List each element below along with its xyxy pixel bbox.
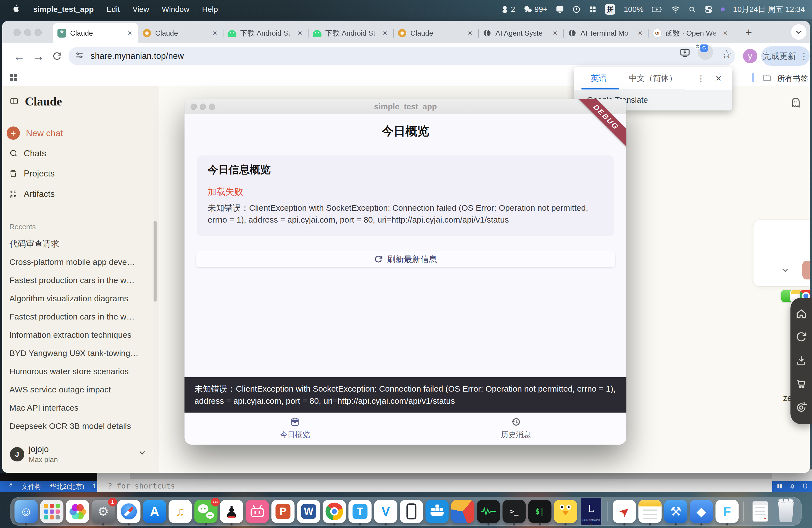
dock-item-word[interactable]: W xyxy=(297,500,320,523)
dock-item-app-store[interactable]: A xyxy=(143,500,166,523)
tune-icon[interactable] xyxy=(75,51,84,61)
tab-close-icon[interactable]: × xyxy=(126,28,134,38)
tab-7[interactable]: OI函数 · Open We× xyxy=(649,23,734,43)
dock-item-transporter-blue[interactable]: ◆ xyxy=(690,500,713,523)
user-menu[interactable]: J jojojo Max plan xyxy=(2,444,159,465)
dock-item-photos[interactable] xyxy=(66,500,89,523)
window-zoom-button[interactable] xyxy=(34,29,42,36)
reload-icon[interactable] xyxy=(795,331,807,344)
tab-search-button[interactable] xyxy=(791,24,807,40)
dock-item-notes[interactable] xyxy=(639,500,662,523)
time-machine-status-icon[interactable] xyxy=(572,5,581,14)
chrome-menu-icon[interactable]: ⋮ xyxy=(800,52,808,61)
recent-item-8[interactable]: AWS service outage impact xyxy=(2,381,151,399)
dock-item-music[interactable]: ♫ xyxy=(169,500,192,523)
sidebar-item-artifacts[interactable]: Artifacts xyxy=(9,189,55,199)
bell-icon[interactable] xyxy=(789,483,795,490)
recent-item-2[interactable]: Fastest production cars in the w… xyxy=(2,271,151,289)
tab-close-icon[interactable]: × xyxy=(296,28,304,38)
refresh-button[interactable]: 刷新最新信息 xyxy=(195,251,615,267)
tab-close-icon[interactable]: × xyxy=(211,28,219,38)
recent-item-0[interactable]: 代码审查请求 xyxy=(2,235,151,253)
tab-0[interactable]: *Claude× xyxy=(53,23,138,43)
window-close-button[interactable] xyxy=(14,29,21,36)
dock-item-flclash[interactable]: ➤ xyxy=(613,500,636,523)
recent-item-3[interactable]: Algorithm visualization diagrams xyxy=(2,289,151,308)
address-bar[interactable]: share.mynanian.top/new xyxy=(69,47,735,65)
control-center-icon[interactable] xyxy=(704,5,713,14)
tab-close-icon[interactable]: × xyxy=(636,28,644,38)
sidebar-toggle-icon[interactable] xyxy=(10,97,19,107)
sidebar-item-chats[interactable]: Chats xyxy=(9,149,46,159)
dock-item-safari[interactable] xyxy=(117,500,141,523)
dock-item-xcode[interactable]: ⚒ xyxy=(664,500,687,523)
chat-input-card[interactable] xyxy=(753,220,810,287)
dock-item-iterm[interactable]: $| xyxy=(528,500,552,523)
menu-help[interactable]: Help xyxy=(202,5,218,14)
tab-2[interactable]: 下载 Android St× xyxy=(223,23,308,43)
dock-item-wechat[interactable]: ⋯ xyxy=(194,500,218,523)
recent-item-4[interactable]: Fastest production cars in the w… xyxy=(2,308,151,326)
dock-item-trash[interactable] xyxy=(774,500,798,523)
recent-item-7[interactable]: Humorous water store scenarios xyxy=(2,362,151,381)
layout-grid-icon[interactable] xyxy=(777,483,783,490)
shield-icon[interactable] xyxy=(802,483,808,490)
tab-close-icon[interactable]: × xyxy=(466,28,474,38)
dock-item-iphone-mirroring[interactable] xyxy=(400,500,423,523)
install-app-icon[interactable] xyxy=(679,47,691,59)
nav-tab-history[interactable]: 历史消息 xyxy=(483,416,549,440)
dock-item-cyberduck[interactable] xyxy=(554,500,577,523)
home-icon[interactable] xyxy=(795,308,807,321)
dock-item-qq[interactable]: ♟ xyxy=(220,500,243,523)
dock-item-lilisi-network[interactable]: LLILISI NETWORK xyxy=(580,500,603,523)
finish-update-button[interactable]: 完成更新 ⋮ xyxy=(761,46,810,66)
wechat-status-icon[interactable]: 99+ xyxy=(523,5,548,14)
dock-item-finder[interactable]: ☺ xyxy=(15,500,38,523)
dock-item-chrome[interactable] xyxy=(323,500,346,523)
input-method-icon[interactable]: 拼 xyxy=(605,4,615,15)
dock-item-bilibili[interactable] xyxy=(246,500,269,523)
new-chat-button[interactable]: + New chat xyxy=(6,127,63,140)
dock-item-powerpoint[interactable]: P xyxy=(272,500,295,523)
forward-button[interactable]: → xyxy=(33,50,44,63)
sidebar-scrollbar[interactable] xyxy=(154,221,157,302)
menu-window[interactable]: Window xyxy=(162,5,189,14)
menubar-datetime[interactable]: 10月24日 周五 12:34 xyxy=(733,4,805,15)
dock-item-teams-blue[interactable]: T xyxy=(349,500,372,523)
translate-icon[interactable]: G文 xyxy=(698,44,713,60)
claude-logo[interactable]: Claude xyxy=(25,94,62,108)
tab-close-icon[interactable]: × xyxy=(721,28,729,38)
menu-view[interactable]: View xyxy=(133,5,149,14)
dock-item-docker[interactable] xyxy=(425,500,449,523)
tab-close-icon[interactable]: × xyxy=(381,28,389,38)
tab-1[interactable]: Claude× xyxy=(138,23,223,43)
dock-item-vscode[interactable]: V xyxy=(374,500,397,523)
dock-item-flutter[interactable]: F xyxy=(715,500,739,523)
spotlight-search-icon[interactable] xyxy=(688,5,696,13)
new-tab-button[interactable]: + xyxy=(742,26,755,39)
menu-edit[interactable]: Edit xyxy=(106,5,120,14)
tab-close-icon[interactable]: × xyxy=(551,28,559,38)
translate-close-icon[interactable]: × xyxy=(715,73,721,84)
wifi-icon[interactable] xyxy=(671,5,680,13)
qq-status-icon[interactable]: 2 xyxy=(501,5,515,14)
dock-item-terminal[interactable]: >_ xyxy=(503,500,526,523)
download-icon[interactable] xyxy=(795,354,807,368)
ghost-icon[interactable] xyxy=(789,96,802,110)
translate-tab-chinese[interactable]: 中文（简体） xyxy=(629,73,677,84)
dock-item-cube-ide[interactable] xyxy=(451,500,475,523)
window-grid-status-icon[interactable] xyxy=(589,5,597,13)
sidebar-item-projects[interactable]: Projects xyxy=(9,169,55,179)
recent-item-10[interactable]: Deepseek OCR 3B model details xyxy=(2,417,151,435)
bookmark-star-icon[interactable]: ☆ xyxy=(721,47,732,61)
recent-item-9[interactable]: Mac API interfaces xyxy=(2,399,151,417)
dock-item-launchpad[interactable] xyxy=(40,500,63,523)
send-button[interactable]: ↑ xyxy=(802,261,810,279)
reload-button[interactable] xyxy=(52,51,62,64)
dock-item-activity-monitor[interactable] xyxy=(477,500,500,523)
window-minimize-button[interactable] xyxy=(24,29,31,36)
folder-icon[interactable] xyxy=(762,73,772,84)
display-status-icon[interactable] xyxy=(556,5,564,14)
recent-item-6[interactable]: BYD Yangwang U9X tank-towing… xyxy=(2,344,151,362)
tab-4[interactable]: Claude× xyxy=(393,23,478,43)
